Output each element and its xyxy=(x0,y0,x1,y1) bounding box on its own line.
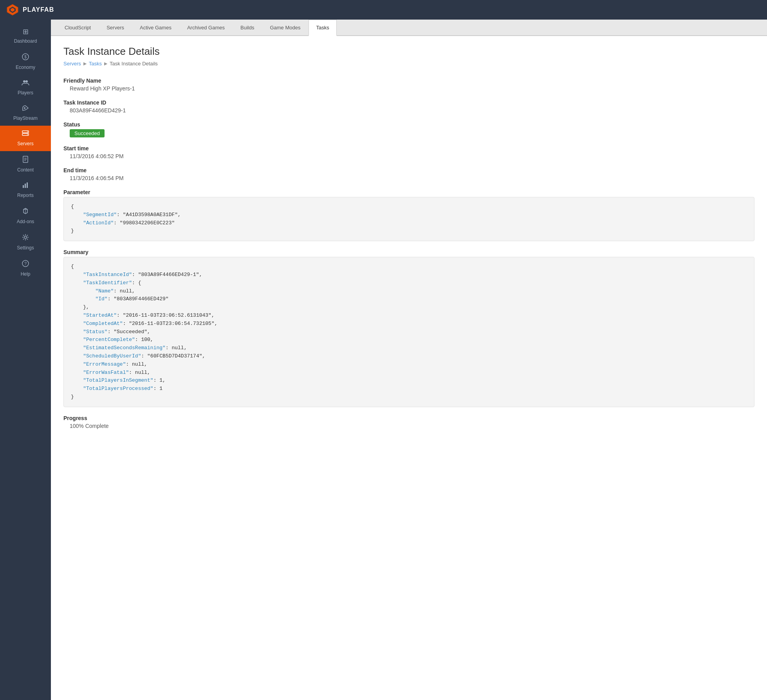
sidebar-item-economy[interactable]: $ Economy xyxy=(0,49,51,75)
sidebar-label-players: Players xyxy=(18,90,33,96)
progress-value: 100% Complete xyxy=(70,423,754,429)
logo-area: PLAYFAB xyxy=(6,4,54,16)
tab-archivedgames[interactable]: Archived Games xyxy=(180,20,232,35)
svg-point-6 xyxy=(25,80,28,83)
sidebar: ⊞ Dashboard $ Economy Players PlayStream xyxy=(0,20,51,700)
sidebar-label-dashboard: Dashboard xyxy=(14,38,37,44)
sidebar-item-playstream[interactable]: PlayStream xyxy=(0,100,51,126)
sidebar-item-dashboard[interactable]: ⊞ Dashboard xyxy=(0,23,51,49)
playfab-logo-icon xyxy=(6,4,19,16)
breadcrumb-sep-2: ▶ xyxy=(104,61,107,66)
dashboard-icon: ⊞ xyxy=(23,27,29,36)
reports-icon xyxy=(22,182,29,190)
sidebar-label-servers: Servers xyxy=(17,141,33,146)
svg-rect-16 xyxy=(23,185,24,188)
economy-icon: $ xyxy=(22,53,29,62)
sidebar-item-servers[interactable]: Servers xyxy=(0,126,51,151)
status-badge: Succeeded xyxy=(70,129,105,137)
sidebar-item-help[interactable]: ? Help xyxy=(0,255,51,281)
friendly-name-section: Friendly Name Reward High XP Players-1 xyxy=(63,78,754,92)
players-icon xyxy=(22,79,29,88)
sidebar-label-help: Help xyxy=(21,271,31,277)
task-id-value: 803A89F4466ED429-1 xyxy=(70,107,754,114)
summary-section: Summary { "TaskInstanceId": "803A89F4466… xyxy=(63,249,754,407)
sidebar-label-reports: Reports xyxy=(17,193,34,198)
page-title: Task Instance Details xyxy=(63,45,754,58)
svg-text:$: $ xyxy=(24,55,27,59)
task-id-label: Task Instance ID xyxy=(63,99,754,106)
svg-point-7 xyxy=(24,107,25,109)
sidebar-item-players[interactable]: Players xyxy=(0,75,51,100)
tabbar: CloudScript Servers Active Games Archive… xyxy=(51,20,767,36)
end-time-label: End time xyxy=(63,167,754,173)
breadcrumb-servers[interactable]: Servers xyxy=(63,61,81,67)
summary-label: Summary xyxy=(63,249,754,255)
breadcrumb-tasks[interactable]: Tasks xyxy=(89,61,102,67)
content-icon xyxy=(22,156,29,165)
start-time-value: 11/3/2016 4:06:52 PM xyxy=(70,153,754,159)
svg-text:?: ? xyxy=(24,261,27,266)
svg-point-11 xyxy=(27,134,28,135)
app-layout: ⊞ Dashboard $ Economy Players PlayStream xyxy=(0,20,767,700)
help-icon: ? xyxy=(22,260,29,269)
end-time-section: End time 11/3/2016 4:06:54 PM xyxy=(63,167,754,181)
parameter-section: Parameter { "SegmentId": "A41D3598A0AE31… xyxy=(63,189,754,241)
brand-name: PLAYFAB xyxy=(23,6,54,13)
main-area: CloudScript Servers Active Games Archive… xyxy=(51,20,767,700)
tab-servers[interactable]: Servers xyxy=(99,20,132,35)
tab-tasks[interactable]: Tasks xyxy=(309,20,336,36)
content-area: Task Instance Details Servers ▶ Tasks ▶ … xyxy=(51,36,767,700)
end-time-value: 11/3/2016 4:06:54 PM xyxy=(70,175,754,181)
sidebar-label-content: Content xyxy=(17,167,34,173)
sidebar-label-economy: Economy xyxy=(16,65,35,70)
progress-label: Progress xyxy=(63,415,754,421)
topbar: PLAYFAB xyxy=(0,0,767,20)
progress-section: Progress 100% Complete xyxy=(63,415,754,429)
servers-icon xyxy=(22,130,29,139)
svg-point-10 xyxy=(27,132,28,132)
addons-icon xyxy=(22,207,29,216)
sidebar-item-addons[interactable]: Add-ons xyxy=(0,203,51,229)
task-id-section: Task Instance ID 803A89F4466ED429-1 xyxy=(63,99,754,114)
start-time-section: Start time 11/3/2016 4:06:52 PM xyxy=(63,145,754,159)
breadcrumb-sep-1: ▶ xyxy=(83,61,87,66)
tab-activegames[interactable]: Active Games xyxy=(132,20,179,35)
playstream-icon xyxy=(22,105,29,113)
svg-rect-17 xyxy=(25,184,26,188)
svg-point-21 xyxy=(24,236,27,238)
sidebar-label-playstream: PlayStream xyxy=(13,115,38,121)
svg-point-5 xyxy=(23,80,25,83)
tab-cloudscript[interactable]: CloudScript xyxy=(57,20,98,35)
settings-icon xyxy=(22,234,29,243)
sidebar-label-addons: Add-ons xyxy=(17,219,34,224)
tab-gamemodes[interactable]: Game Modes xyxy=(262,20,308,35)
friendly-name-label: Friendly Name xyxy=(63,78,754,84)
breadcrumb-current: Task Instance Details xyxy=(110,61,158,67)
friendly-name-value: Reward High XP Players-1 xyxy=(70,85,754,92)
summary-code: { "TaskInstanceId": "803A89F4466ED429-1"… xyxy=(63,257,754,407)
status-label: Status xyxy=(63,121,754,128)
tab-builds[interactable]: Builds xyxy=(233,20,262,35)
sidebar-item-reports[interactable]: Reports xyxy=(0,177,51,203)
sidebar-item-settings[interactable]: Settings xyxy=(0,229,51,255)
parameter-label: Parameter xyxy=(63,189,754,195)
svg-rect-18 xyxy=(27,182,28,188)
parameter-code: { "SegmentId": "A41D3598A0AE31DF", "Acti… xyxy=(63,197,754,241)
start-time-label: Start time xyxy=(63,145,754,152)
sidebar-label-settings: Settings xyxy=(17,245,34,251)
sidebar-item-content[interactable]: Content xyxy=(0,151,51,177)
breadcrumb: Servers ▶ Tasks ▶ Task Instance Details xyxy=(63,61,754,67)
status-section: Status Succeeded xyxy=(63,121,754,137)
